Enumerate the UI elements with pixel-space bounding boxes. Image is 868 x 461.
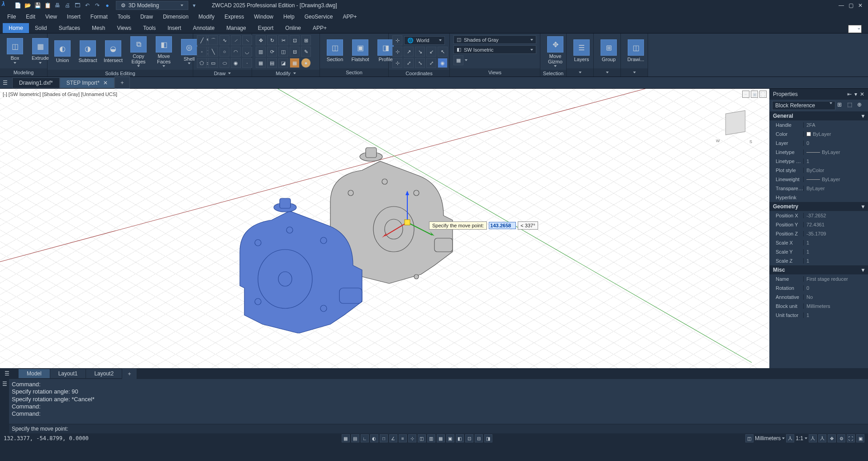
props-row[interactable]: Scale X1: [769, 238, 868, 247]
tool-icon[interactable]: ⊡: [290, 35, 300, 45]
props-row[interactable]: Scale Y1: [769, 247, 868, 256]
tab-solid[interactable]: Solid: [29, 23, 53, 33]
viewport-restore-icon[interactable]: ▣: [751, 91, 758, 98]
tool-icon[interactable]: ▤: [267, 58, 277, 68]
subtract-button[interactable]: ◑Subtract: [76, 39, 99, 64]
props-row[interactable]: AnnotativeNo: [769, 293, 868, 302]
panel-layers-expand[interactable]: [567, 68, 593, 77]
props-row[interactable]: Position Z-35.1709: [769, 229, 868, 238]
tool-icon[interactable]: ⊞: [301, 35, 311, 45]
group-button[interactable]: ⊞Group: [597, 38, 620, 63]
tool-icon[interactable]: ◠: [231, 47, 241, 57]
props-row[interactable]: LinetypeByLayer: [769, 148, 868, 157]
menu-format[interactable]: Format: [86, 12, 112, 21]
maximize-icon[interactable]: ▢: [849, 2, 854, 9]
menu-app[interactable]: APP+: [338, 12, 361, 21]
viewport-minimize-icon[interactable]: −: [742, 91, 749, 98]
move-gizmo-button[interactable]: ✥Move Gizmo: [544, 35, 567, 68]
tool-icon[interactable]: ·: [242, 58, 252, 68]
drawing-button[interactable]: ◫Drawi...: [625, 38, 647, 63]
command-input[interactable]: Specify the move point:: [9, 424, 868, 433]
distance-input[interactable]: [489, 222, 516, 229]
ucs-tool-icon[interactable]: ⊹: [392, 47, 402, 57]
ucs-tool-icon[interactable]: ◉: [438, 58, 448, 68]
workspace-dropdown[interactable]: ⚙ 3D Modeling: [116, 1, 188, 10]
status-toggle[interactable]: ▦: [437, 434, 445, 442]
menu-draw[interactable]: Draw: [136, 12, 157, 21]
ellipse-icon[interactable]: ⬭: [219, 58, 229, 68]
undo-icon[interactable]: ↶: [83, 1, 91, 10]
tab-insert[interactable]: Insert: [162, 23, 187, 33]
tab-online[interactable]: Online: [279, 23, 307, 33]
status-btn[interactable]: 人: [809, 434, 817, 442]
fullscreen-icon[interactable]: ⛶: [847, 434, 855, 442]
panel-drawing-expand[interactable]: [621, 68, 648, 77]
minimize-icon[interactable]: —: [839, 2, 844, 9]
plot-icon[interactable]: 🖶: [53, 1, 62, 10]
new-tab-button[interactable]: ＋: [114, 77, 130, 89]
new-icon[interactable]: 📄: [14, 1, 22, 10]
props-row[interactable]: ColorByLayer: [769, 130, 868, 139]
palette-autohide-icon[interactable]: ⇤: [847, 91, 852, 97]
move-faces-button[interactable]: ◧Move Faces: [153, 35, 175, 68]
save-icon[interactable]: 💾: [33, 1, 42, 10]
tool-icon[interactable]: ▦: [290, 58, 300, 68]
quick-select-icon[interactable]: ⊞: [837, 101, 845, 110]
tab-manage[interactable]: Manage: [220, 23, 252, 33]
tab-export[interactable]: Export: [252, 23, 280, 33]
tool-icon[interactable]: ◪: [278, 58, 288, 68]
current-color-well[interactable]: [848, 25, 862, 33]
saveas-icon[interactable]: 📋: [43, 1, 52, 10]
ucs-tool-icon[interactable]: ↖: [438, 47, 448, 57]
preview-icon[interactable]: 🗔: [73, 1, 81, 10]
ucs-tool-icon[interactable]: ↙: [426, 47, 436, 57]
layout-tab-2[interactable]: Layout2: [86, 369, 122, 378]
viewport-label[interactable]: [-] [SW Isometric] [Shades of Gray] [Unn…: [3, 91, 117, 97]
props-row[interactable]: Unit factor1: [769, 311, 868, 320]
status-toggle[interactable]: ▥: [427, 434, 435, 442]
arc-icon[interactable]: ⌒: [208, 35, 218, 45]
rotate-icon[interactable]: ↻: [267, 35, 277, 45]
tool-icon[interactable]: ◦: [197, 47, 207, 57]
copy-edges-button[interactable]: ⧉Copy Edges: [127, 35, 150, 68]
tool-icon[interactable]: ⟳: [267, 47, 277, 57]
visual-style-dropdown[interactable]: ◫Shades of Gray: [453, 35, 536, 44]
menu-express[interactable]: Express: [220, 12, 248, 21]
ucs-dropdown[interactable]: 🌐World: [404, 36, 445, 45]
grid-toggle[interactable]: ▦: [342, 434, 350, 442]
snap-toggle[interactable]: ▤: [351, 434, 359, 442]
close-icon[interactable]: ✕: [858, 2, 863, 9]
tab-app[interactable]: APP+: [307, 23, 333, 33]
tool-icon[interactable]: ▦: [256, 58, 266, 68]
viewcube[interactable]: W S: [720, 107, 751, 139]
menu-tools[interactable]: Tools: [113, 12, 135, 21]
menu-insert[interactable]: Insert: [62, 12, 85, 21]
close-tab-icon[interactable]: ✕: [103, 80, 108, 86]
trim-icon[interactable]: ✂: [278, 35, 288, 45]
open-icon[interactable]: 📂: [24, 1, 32, 10]
layers-button[interactable]: ☰Layers: [570, 38, 593, 63]
print-icon[interactable]: 🖨: [63, 1, 72, 10]
ortho-toggle[interactable]: ∟: [361, 434, 369, 442]
units-label[interactable]: Millimeters: [755, 435, 781, 442]
curve-icon[interactable]: ∿: [219, 35, 229, 45]
panel-draw[interactable]: Draw: [193, 70, 252, 77]
add-layout-button[interactable]: ＋: [122, 369, 137, 379]
ucs-tool-icon[interactable]: ↗: [404, 47, 414, 57]
ucs-tool-icon[interactable]: ⤢: [426, 58, 436, 68]
box-button[interactable]: ◫Box: [4, 37, 26, 64]
intersect-button[interactable]: ◒Intersect: [102, 39, 124, 64]
move-icon[interactable]: ✥: [256, 35, 266, 45]
union-button[interactable]: ◐Union: [51, 39, 74, 64]
select-objects-icon[interactable]: ⬚: [847, 101, 855, 110]
layout-tab-model[interactable]: Model: [19, 369, 50, 378]
scale-label[interactable]: 1:1: [796, 435, 803, 442]
menu-dimension[interactable]: Dimension: [158, 12, 193, 21]
polygon-icon[interactable]: ⬠: [197, 58, 207, 68]
panel-group-expand[interactable]: [594, 68, 620, 77]
tab-home[interactable]: Home: [3, 23, 29, 33]
tool-icon[interactable]: ⟍: [242, 35, 252, 45]
menu-geoservice[interactable]: GeoService: [300, 12, 338, 21]
menu-help[interactable]: Help: [279, 12, 299, 21]
ucs-icon[interactable]: ⊹: [392, 35, 402, 45]
